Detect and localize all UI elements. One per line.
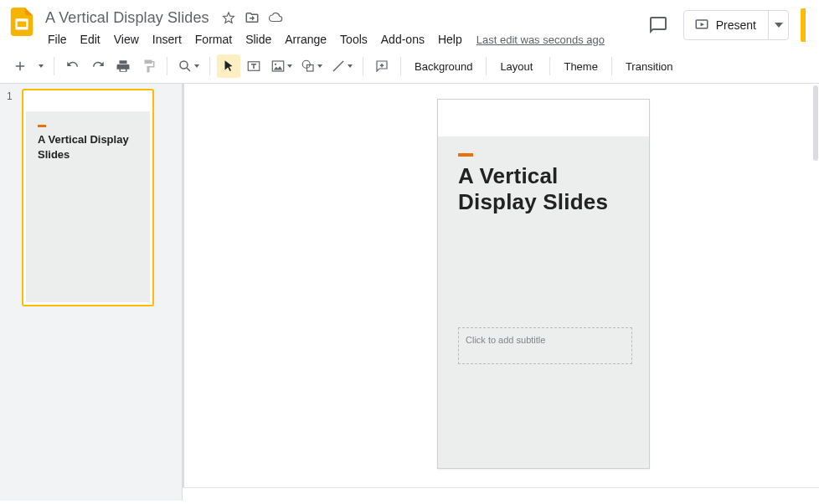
menu-format[interactable]: Format	[189, 29, 238, 49]
undo-button[interactable]	[61, 54, 85, 78]
present-dropdown-icon[interactable]	[768, 11, 788, 39]
menu-arrange[interactable]: Arrange	[279, 29, 332, 49]
layout-label: Layout	[500, 60, 533, 73]
new-slide-button[interactable]	[8, 54, 32, 78]
app-header: A Vertical Display Slides File Edit View…	[0, 0, 819, 49]
select-tool-button[interactable]	[217, 54, 240, 78]
line-button[interactable]	[327, 54, 356, 78]
slides-logo-icon[interactable]	[5, 5, 39, 39]
theme-button[interactable]: Theme	[557, 54, 604, 78]
toolbar-separator	[400, 57, 401, 75]
menu-insert[interactable]: Insert	[147, 29, 188, 49]
filmstrip[interactable]: 1 A Vertical Display Slides	[0, 84, 183, 501]
toolbar-separator	[209, 57, 210, 75]
scrollbar-thumb[interactable]	[813, 85, 818, 161]
toolbar-separator	[549, 57, 550, 75]
toolbar: Background Layout Theme Transition	[0, 49, 819, 84]
last-edit-link[interactable]: Last edit was seconds ago	[470, 30, 611, 49]
shape-button[interactable]	[297, 54, 326, 78]
move-icon[interactable]	[245, 10, 260, 25]
redo-button[interactable]	[86, 54, 110, 78]
cloud-status-icon[interactable]	[268, 10, 283, 25]
present-button[interactable]: Present	[684, 11, 768, 39]
print-button[interactable]	[111, 54, 135, 78]
document-title[interactable]: A Vertical Display Slides	[42, 8, 213, 28]
toolbar-separator	[611, 57, 612, 75]
menu-tools[interactable]: Tools	[334, 29, 373, 49]
workspace: 1 A Vertical Display Slides A Vertical D…	[0, 84, 819, 501]
layout-button[interactable]: Layout	[493, 54, 543, 78]
present-label: Present	[716, 18, 756, 32]
comment-button[interactable]	[370, 54, 394, 78]
toolbar-separator	[486, 57, 487, 75]
menu-help[interactable]: Help	[432, 29, 468, 49]
menu-addons[interactable]: Add-ons	[375, 29, 430, 49]
share-button[interactable]	[801, 8, 806, 42]
thumb-title: A Vertical Display Slides	[26, 132, 150, 162]
image-button[interactable]	[267, 54, 296, 78]
slide[interactable]: A Vertical Display Slides Click to add s…	[437, 99, 650, 469]
toolbar-separator	[363, 57, 363, 75]
zoom-button[interactable]	[174, 54, 203, 78]
transition-button[interactable]: Transition	[619, 54, 680, 78]
accent-bar-icon	[38, 125, 46, 127]
new-slide-dropdown-icon[interactable]	[33, 54, 47, 78]
slide-canvas[interactable]: A Vertical Display Slides Click to add s…	[183, 84, 819, 501]
slide-number: 1	[7, 90, 13, 102]
comments-icon[interactable]	[643, 10, 673, 40]
star-icon[interactable]	[221, 10, 236, 25]
background-button[interactable]: Background	[408, 54, 479, 78]
accent-bar-icon	[458, 153, 473, 157]
toolbar-separator	[167, 57, 167, 75]
subtitle-placeholder[interactable]: Click to add subtitle	[458, 327, 632, 364]
svg-point-6	[275, 64, 276, 65]
menu-view[interactable]: View	[108, 29, 145, 49]
speaker-notes-bar[interactable]	[183, 487, 819, 501]
toolbar-separator	[54, 57, 54, 75]
paint-format-button[interactable]	[136, 54, 160, 78]
svg-rect-1	[18, 22, 26, 28]
svg-point-3	[180, 61, 188, 69]
present-button-group: Present	[683, 10, 789, 40]
vertical-scrollbar[interactable]	[812, 84, 819, 487]
slide-title[interactable]: A Vertical Display Slides	[438, 163, 649, 214]
subtitle-placeholder-text: Click to add subtitle	[466, 335, 545, 345]
svg-point-7	[302, 60, 310, 68]
menu-edit[interactable]: Edit	[75, 29, 106, 49]
slide-thumb-1[interactable]: 1 A Vertical Display Slides	[0, 84, 182, 315]
menu-file[interactable]: File	[42, 29, 73, 49]
textbox-button[interactable]	[242, 54, 265, 78]
menu-bar: File Edit View Insert Format Slide Arran…	[42, 29, 611, 49]
menu-slide[interactable]: Slide	[240, 29, 277, 49]
